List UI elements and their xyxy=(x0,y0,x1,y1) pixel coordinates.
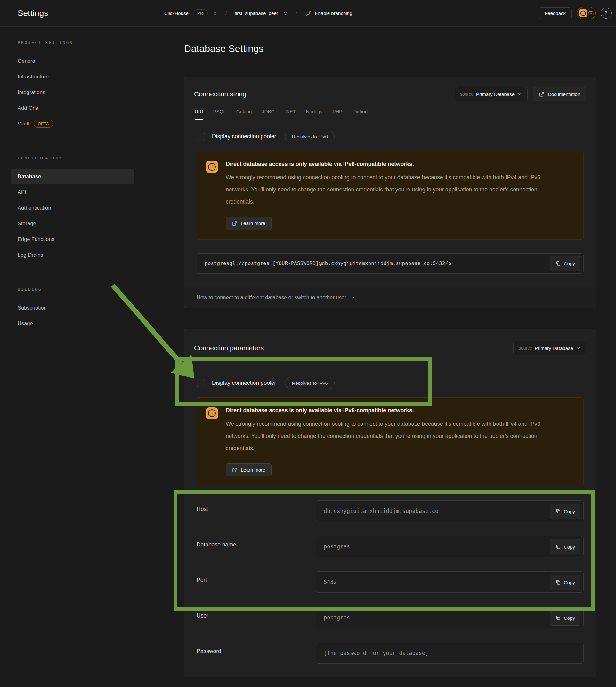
warning-content: Direct database access is only available… xyxy=(226,161,552,230)
field-row-port: Port 5432 Copy xyxy=(197,572,584,593)
warning-content: Direct database access is only available… xyxy=(226,407,552,477)
breadcrumb: ClickHouse Pro / first_supabase_peer / E… xyxy=(152,0,538,26)
tab-golang[interactable]: Golang xyxy=(236,109,252,120)
git-branch-icon xyxy=(305,10,311,16)
copy-icon xyxy=(555,509,560,514)
documentation-button[interactable]: Documentation xyxy=(533,87,586,101)
beta-badge: BETA xyxy=(34,120,53,128)
warning-icon: ! xyxy=(206,407,218,419)
breadcrumb-separator: / xyxy=(296,10,298,16)
password-input[interactable]: [The password for your database] xyxy=(316,643,584,664)
top-header: Settings ClickHouse Pro / first_supabase… xyxy=(0,0,616,27)
copy-icon xyxy=(555,544,560,549)
breadcrumb-separator: / xyxy=(225,10,227,16)
app-title: Settings xyxy=(18,8,48,18)
header-left: Settings xyxy=(0,0,152,26)
port-input[interactable]: 5432 Copy xyxy=(316,572,584,593)
learn-more-button[interactable]: Learn more xyxy=(226,217,271,230)
sidebar-item-edge-functions[interactable]: Edge Functions xyxy=(0,231,143,247)
ipv6-warning: ! Direct database access is only availab… xyxy=(197,151,584,240)
field-row-password: Password [The password for your database… xyxy=(197,643,584,664)
field-label: Port xyxy=(197,572,316,583)
tab-jdbc[interactable]: JDBC xyxy=(262,109,274,120)
sidebar-item-usage[interactable]: Usage xyxy=(0,316,143,331)
breadcrumb-project[interactable]: first_supabase_peer xyxy=(235,10,278,16)
copy-uri-button[interactable]: Copy xyxy=(550,256,580,271)
source-select[interactable]: source Primary Database xyxy=(513,341,586,355)
feedback-button[interactable]: Feedback xyxy=(538,7,572,19)
copy-port-button[interactable]: Copy xyxy=(550,575,580,590)
connection-string-header: Connection string source Primary Databas… xyxy=(184,77,596,101)
warning-body: We strongly recommend using connection p… xyxy=(226,171,552,208)
user-input[interactable]: postgres Copy xyxy=(316,607,584,628)
pooler-row: Display connection pooler Resolves to IP… xyxy=(197,131,584,142)
chevrons-up-down-icon[interactable] xyxy=(212,10,218,16)
sidebar-item-api[interactable]: API xyxy=(0,184,143,200)
sidebar-section-project-settings: PROJECT SETTINGS General Infrastructure … xyxy=(0,40,152,144)
sidebar-item-infrastructure[interactable]: Infrastructure xyxy=(0,69,143,85)
resolves-ipv6-badge: Resolves to IPv6 xyxy=(285,131,335,142)
chevron-down-icon xyxy=(350,295,356,301)
sidebar-item-integrations[interactable]: Integrations xyxy=(0,85,143,100)
connection-parameters-header: Connection parameters source Primary Dat… xyxy=(184,329,596,368)
tab-dotnet[interactable]: .NET xyxy=(285,109,295,120)
pooler-label: Display connection pooler xyxy=(212,133,276,140)
warning-body: We strongly recommend using connection p… xyxy=(226,418,552,454)
field-label: User xyxy=(197,607,316,619)
copy-host-button[interactable]: Copy xyxy=(550,504,580,519)
learn-more-button[interactable]: Learn more xyxy=(226,463,271,477)
alert-icon: ! xyxy=(579,9,587,17)
sidebar-heading-billing: BILLING xyxy=(0,287,143,292)
sidebar-item-general[interactable]: General xyxy=(0,53,143,69)
field-row-host: Host db.cxhygiuitamxhniiddjm.supabase.co… xyxy=(197,501,584,522)
connection-string-controls: source Primary Database Documentation xyxy=(455,87,586,101)
sidebar-item-authentication[interactable]: Authentication xyxy=(0,200,143,216)
connection-string-title: Connection string xyxy=(194,90,246,98)
copy-icon xyxy=(555,580,560,585)
footer-expander-label: How to connect to a different database o… xyxy=(197,294,346,301)
external-link-icon xyxy=(232,467,237,472)
tab-python[interactable]: Python xyxy=(352,109,368,120)
chevron-down-icon xyxy=(576,346,581,351)
connection-parameter-fields: Host db.cxhygiuitamxhniiddjm.supabase.co… xyxy=(197,501,584,664)
field-label: Host xyxy=(197,501,316,512)
warning-title: Direct database access is only available… xyxy=(226,407,552,414)
external-link-icon xyxy=(232,221,237,226)
help-button[interactable]: ? xyxy=(601,8,612,19)
breadcrumb-org[interactable]: ClickHouse xyxy=(164,10,189,16)
sidebar-heading-configuration: CONFIGURATION xyxy=(0,156,143,160)
tab-psql[interactable]: PSQL xyxy=(213,109,226,120)
ipv6-warning: ! Direct database access is only availab… xyxy=(197,397,584,486)
warning-icon: ! xyxy=(206,161,218,173)
chevrons-up-down-icon[interactable] xyxy=(283,10,288,16)
sidebar-item-log-drains[interactable]: Log Drains xyxy=(0,247,143,263)
connection-string-body: Display connection pooler Resolves to IP… xyxy=(184,120,596,287)
display-connection-pooler-checkbox[interactable] xyxy=(197,379,205,387)
tab-uri[interactable]: URI xyxy=(195,109,203,120)
sidebar-item-add-ons[interactable]: Add Ons xyxy=(0,100,143,116)
notifications-button[interactable]: ! xyxy=(577,7,595,19)
sidebar-section-billing: BILLING Subscription Usage xyxy=(0,287,152,344)
sidebar-item-storage[interactable]: Storage xyxy=(0,216,143,231)
org-plan-badge: Pro xyxy=(193,9,208,17)
connection-string-footer-expander[interactable]: How to connect to a different database o… xyxy=(184,287,596,308)
tab-nodejs[interactable]: Node.js xyxy=(306,109,323,120)
sidebar-item-subscription[interactable]: Subscription xyxy=(0,300,143,316)
copy-database-name-button[interactable]: Copy xyxy=(550,539,580,554)
connection-parameters-title: Connection parameters xyxy=(194,344,264,352)
sidebar-item-database[interactable]: Database xyxy=(10,169,134,184)
tab-php[interactable]: PHP xyxy=(332,109,342,120)
connection-uri-box: postgresql://postgres:[YOUR-PASSWORD]@db… xyxy=(197,253,584,274)
enable-branching-button[interactable]: Enable branching xyxy=(305,10,352,16)
database-name-input[interactable]: postgres Copy xyxy=(316,536,584,557)
settings-sidebar: PROJECT SETTINGS General Infrastructure … xyxy=(0,27,152,687)
display-connection-pooler-checkbox[interactable] xyxy=(197,133,205,141)
pooler-label: Display connection pooler xyxy=(212,380,276,386)
copy-user-button[interactable]: Copy xyxy=(550,610,580,625)
host-input[interactable]: db.cxhygiuitamxhniiddjm.supabase.co Copy xyxy=(316,501,584,522)
field-label: Database name xyxy=(197,536,316,548)
external-link-icon xyxy=(539,92,544,97)
sidebar-item-vault[interactable]: Vault BETA xyxy=(0,116,143,132)
source-select[interactable]: source Primary Database xyxy=(455,87,528,101)
chevron-down-icon xyxy=(517,92,522,97)
